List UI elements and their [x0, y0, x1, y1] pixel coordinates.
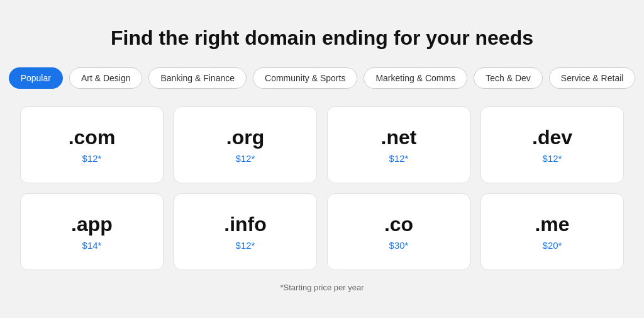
domain-extension: .info — [224, 213, 267, 236]
domain-extension: .dev — [532, 126, 572, 149]
domain-card-me[interactable]: .me$20* — [480, 193, 624, 270]
domain-price: $30* — [389, 240, 409, 251]
domain-grid: .com$12*.org$12*.net$12*.dev$12*.app$14*… — [20, 106, 624, 270]
filter-tab-marketing-comms[interactable]: Marketing & Comms — [364, 67, 467, 89]
domain-card-org[interactable]: .org$12* — [174, 106, 317, 183]
filter-tab-service-retail[interactable]: Service & Retail — [549, 67, 636, 89]
domain-card-info[interactable]: .info$12* — [174, 193, 317, 270]
domain-extension: .app — [71, 213, 113, 236]
domain-price: $14* — [82, 240, 102, 251]
filter-tab-popular[interactable]: Popular — [9, 67, 63, 89]
domain-price: $12* — [82, 153, 102, 164]
domain-extension: .co — [384, 213, 413, 236]
domain-card-co[interactable]: .co$30* — [327, 193, 470, 270]
filter-bar: PopularArt & DesignBanking & FinanceComm… — [9, 67, 636, 89]
domain-price: $12* — [389, 153, 409, 164]
domain-extension: .me — [535, 213, 569, 236]
domain-extension: .net — [381, 126, 417, 149]
domain-price: $12* — [543, 153, 562, 164]
domain-price: $20* — [543, 240, 562, 251]
domain-card-app[interactable]: .app$14* — [20, 193, 164, 270]
main-container: Find the right domain ending for your ne… — [8, 14, 636, 305]
domain-card-com[interactable]: .com$12* — [20, 106, 164, 183]
filter-tab-community-sports[interactable]: Community & Sports — [253, 67, 357, 89]
filter-tab-tech-dev[interactable]: Tech & Dev — [474, 67, 543, 89]
filter-tab-art-design[interactable]: Art & Design — [69, 67, 143, 89]
domain-price: $12* — [236, 153, 255, 164]
footnote: *Starting price per year — [280, 283, 364, 292]
domain-extension: .com — [69, 126, 116, 149]
domain-card-dev[interactable]: .dev$12* — [480, 106, 624, 183]
filter-tab-banking-finance[interactable]: Banking & Finance — [148, 67, 247, 89]
domain-extension: .org — [226, 126, 264, 149]
page-title: Find the right domain ending for your ne… — [111, 26, 533, 50]
domain-card-net[interactable]: .net$12* — [327, 106, 470, 183]
domain-price: $12* — [236, 240, 255, 251]
